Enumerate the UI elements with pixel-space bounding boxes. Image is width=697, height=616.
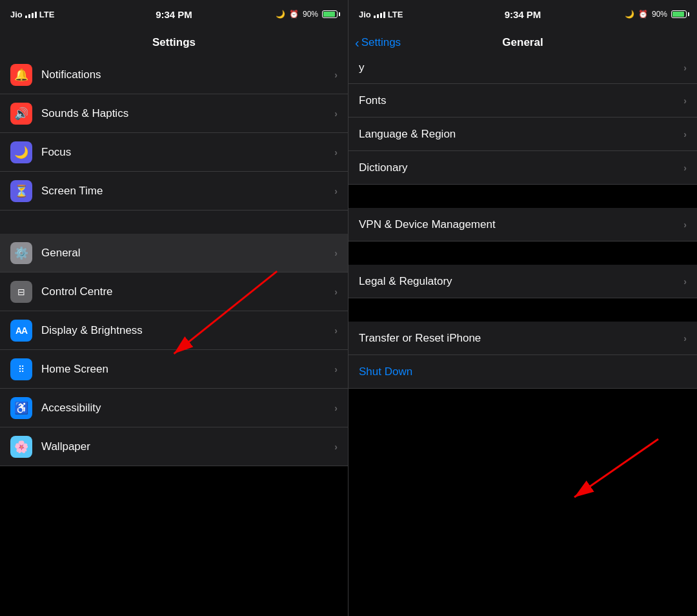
right-panel: Jio LTE 9:34 PM 🌙 ⏰ 90% ‹ Settings Gener… xyxy=(348,0,697,616)
focus-label: Focus xyxy=(41,146,334,159)
settings-item-wallpaper[interactable]: 🌸 Wallpaper › xyxy=(0,427,348,466)
home-screen-icon: ⠿ xyxy=(10,358,32,380)
right-item-fonts[interactable]: Fonts › xyxy=(348,84,697,118)
settings-item-focus[interactable]: 🌙 Focus › xyxy=(0,133,348,172)
left-divider-1 xyxy=(0,210,348,234)
signal-bar-r1 xyxy=(374,15,376,18)
moon-icon-left: 🌙 xyxy=(276,10,285,19)
alarm-icon-left: ⏰ xyxy=(289,10,299,19)
right-item-transfer[interactable]: Transfer or Reset iPhone › xyxy=(348,322,697,355)
general-label: General xyxy=(41,247,334,260)
settings-item-accessibility[interactable]: ♿ Accessibility › xyxy=(0,389,348,427)
settings-item-notifications[interactable]: 🔔 Notifications › xyxy=(0,56,348,94)
signal-bar-1 xyxy=(25,15,27,18)
back-button[interactable]: ‹ Settings xyxy=(355,36,401,49)
partial-item-label: y xyxy=(359,61,683,74)
left-nav-title: Settings xyxy=(152,36,196,48)
partial-item[interactable]: y › xyxy=(348,56,697,84)
fonts-label: Fonts xyxy=(359,94,683,107)
settings-item-general[interactable]: ⚙️ General › xyxy=(0,234,348,272)
display-chevron: › xyxy=(334,325,338,336)
moon-icon-right: 🌙 xyxy=(625,10,634,19)
signal-bar-3 xyxy=(32,13,34,18)
focus-chevron: › xyxy=(334,147,338,158)
accessibility-label: Accessibility xyxy=(41,402,334,415)
right-gap-3 xyxy=(348,298,697,322)
partial-chevron: › xyxy=(683,63,687,73)
battery-pct-right: 90% xyxy=(652,10,667,19)
signal-bars-left xyxy=(25,10,37,18)
focus-icon: 🌙 xyxy=(10,141,32,163)
signal-bar-r2 xyxy=(377,14,379,18)
screen-time-chevron: › xyxy=(334,186,338,196)
left-status-bar: Jio LTE 9:34 PM 🌙 ⏰ 90% xyxy=(0,0,348,28)
signal-bars-right xyxy=(374,10,385,18)
time-left: 9:34 PM xyxy=(156,9,192,20)
notifications-icon: 🔔 xyxy=(10,64,32,86)
legal-label: Legal & Regulatory xyxy=(359,275,683,288)
signal-bar-4 xyxy=(35,12,37,18)
signal-bar-2 xyxy=(28,14,30,18)
settings-item-control-centre[interactable]: ⊟ Control Centre › xyxy=(0,272,348,311)
battery-fill-right xyxy=(672,12,684,17)
right-status-bar: Jio LTE 9:34 PM 🌙 ⏰ 90% xyxy=(348,0,697,28)
battery-fill-left xyxy=(323,12,335,17)
right-nav-title: General xyxy=(502,36,543,49)
right-item-vpn[interactable]: VPN & Device Management › xyxy=(348,208,697,241)
control-centre-label: Control Centre xyxy=(41,285,334,298)
time-right: 9:34 PM xyxy=(505,9,541,20)
vpn-chevron: › xyxy=(683,220,687,230)
left-section-1: 🔔 Notifications › 🔊 Sounds & Haptics › 🌙… xyxy=(0,56,348,210)
shutdown-label: Shut Down xyxy=(359,365,687,378)
settings-item-display[interactable]: AA Display & Brightness › xyxy=(0,311,348,350)
left-panel: Jio LTE 9:34 PM 🌙 ⏰ 90% Settings xyxy=(0,0,348,616)
settings-item-sounds[interactable]: 🔊 Sounds & Haptics › xyxy=(0,94,348,133)
wallpaper-label: Wallpaper xyxy=(41,440,334,453)
notifications-chevron: › xyxy=(334,70,338,80)
settings-item-home-screen[interactable]: ⠿ Home Screen › xyxy=(0,350,348,389)
transfer-chevron: › xyxy=(683,333,687,344)
right-status-right: 🌙 ⏰ 90% xyxy=(625,10,687,19)
dictionary-label: Dictionary xyxy=(359,161,683,174)
accessibility-chevron: › xyxy=(334,403,338,413)
display-label: Display & Brightness xyxy=(41,324,334,337)
general-icon: ⚙️ xyxy=(10,242,32,264)
left-settings-list: 🔔 Notifications › 🔊 Sounds & Haptics › 🌙… xyxy=(0,56,348,616)
left-section-2: ⚙️ General › ⊟ Control Centre › AA Displ… xyxy=(0,234,348,466)
settings-item-screen-time[interactable]: ⏳ Screen Time › xyxy=(0,172,348,210)
left-status-left: Jio LTE xyxy=(10,10,54,19)
network-right: LTE xyxy=(388,10,403,19)
right-item-legal[interactable]: Legal & Regulatory › xyxy=(348,265,697,298)
left-nav-bar: Settings xyxy=(0,28,348,56)
right-section-2: VPN & Device Management › xyxy=(348,208,697,241)
right-section-1: Fonts › Language & Region › Dictionary › xyxy=(348,84,697,185)
sounds-label: Sounds & Haptics xyxy=(41,107,334,120)
control-centre-icon: ⊟ xyxy=(10,281,32,303)
sounds-icon: 🔊 xyxy=(10,103,32,125)
right-gap-1 xyxy=(348,185,697,208)
legal-chevron: › xyxy=(683,276,687,287)
right-nav-bar: ‹ Settings General xyxy=(348,28,697,56)
home-screen-label: Home Screen xyxy=(41,363,334,376)
right-section-4: Transfer or Reset iPhone › Shut Down xyxy=(348,322,697,389)
right-gap-2 xyxy=(348,241,697,265)
vpn-label: VPN & Device Management xyxy=(359,218,683,231)
battery-pct-left: 90% xyxy=(303,10,318,19)
language-label: Language & Region xyxy=(359,128,683,141)
right-item-shutdown[interactable]: Shut Down xyxy=(348,355,697,389)
back-label: Settings xyxy=(361,36,401,49)
right-item-language[interactable]: Language & Region › xyxy=(348,118,697,151)
right-item-dictionary[interactable]: Dictionary › xyxy=(348,151,697,185)
language-chevron: › xyxy=(683,129,687,139)
home-screen-chevron: › xyxy=(334,364,338,375)
back-chevron-icon: ‹ xyxy=(355,36,359,49)
carrier-left: Jio xyxy=(10,10,23,19)
accessibility-icon: ♿ xyxy=(10,397,32,419)
network-left: LTE xyxy=(39,10,55,19)
right-settings-list: y › Fonts › Language & Region › Dictiona… xyxy=(348,56,697,616)
alarm-icon-right: ⏰ xyxy=(638,10,648,19)
fonts-chevron: › xyxy=(683,96,687,106)
control-centre-chevron: › xyxy=(334,287,338,297)
screen-time-icon: ⏳ xyxy=(10,180,32,202)
transfer-label: Transfer or Reset iPhone xyxy=(359,332,683,345)
